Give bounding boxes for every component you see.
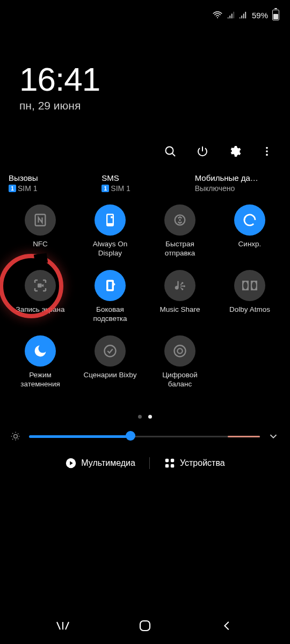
brightness-row	[0, 419, 290, 442]
power-icon[interactable]	[195, 144, 209, 158]
svg-point-20	[243, 282, 248, 289]
clock-time: 16:41	[19, 60, 271, 98]
svg-line-33	[18, 433, 19, 434]
tile-label: Dolby Atmos	[229, 305, 270, 324]
slider-thumb[interactable]	[126, 431, 135, 441]
svg-point-21	[252, 282, 256, 289]
media-label: Мультимедиа	[81, 458, 135, 468]
tile-edge[interactable]: Боковая подсветка	[75, 270, 145, 324]
gear-icon[interactable]	[228, 144, 242, 158]
tile-label: Быстрая отправка	[150, 240, 209, 258]
svg-point-11	[179, 219, 181, 221]
conn-sub: Выключено	[195, 184, 235, 193]
connectivity-row: Вызовы 1SIM 1 SMS 1SIM 1 Мобильные да… В…	[0, 158, 290, 193]
edge-icon	[95, 270, 126, 301]
svg-rect-37	[165, 464, 169, 467]
devices-chip[interactable]: Устройства	[160, 454, 229, 472]
conn-title: Мобильные да…	[195, 173, 281, 182]
svg-rect-38	[171, 464, 174, 467]
conn-sub: SIM 1	[18, 184, 38, 193]
battery-percent: 59%	[252, 11, 268, 20]
grid-icon	[164, 457, 176, 469]
tile-label: Боковая подсветка	[81, 305, 140, 324]
media-chip[interactable]: Мультимедиа	[61, 454, 140, 472]
svg-point-23	[175, 346, 186, 357]
clock-date: пн, 29 июня	[19, 99, 271, 112]
tile-label: NFC	[33, 240, 48, 258]
svg-rect-14	[107, 281, 112, 290]
tile-sync[interactable]: Синхр.	[215, 204, 285, 258]
home-button[interactable]	[137, 618, 153, 633]
tile-aod[interactable]: Always On Display	[75, 204, 145, 258]
conn-title: SMS	[102, 173, 188, 182]
svg-point-25	[14, 435, 18, 438]
search-icon[interactable]	[163, 144, 177, 158]
svg-line-30	[12, 433, 13, 434]
sync-icon	[234, 204, 265, 236]
sim-badge-icon: 1	[9, 185, 16, 192]
conn-sms[interactable]: SMS 1SIM 1	[98, 173, 191, 193]
panel-actions	[0, 112, 290, 158]
svg-point-5	[266, 154, 268, 156]
tile-label: Синхр.	[238, 240, 262, 258]
tile-bixby[interactable]: Сценарии Bixby	[75, 335, 145, 389]
quick-settings-grid: NFCAlways On DisplayБыстрая отправкаСинх…	[0, 193, 290, 389]
tile-label: Запись экрана	[16, 305, 65, 324]
svg-point-1	[166, 147, 173, 155]
signal-icon	[227, 11, 235, 19]
conn-calls[interactable]: Вызовы 1SIM 1	[5, 173, 98, 193]
bottom-chips: Мультимедиа Устройства	[0, 454, 290, 472]
tile-label: Always On Display	[81, 240, 140, 258]
tile-quickshare[interactable]: Быстрая отправка	[145, 204, 215, 258]
conn-sub: SIM 1	[111, 184, 130, 193]
tile-dolby[interactable]: Dolby Atmos	[215, 270, 285, 324]
sim-badge-icon: 1	[102, 185, 109, 192]
conn-mobiledata[interactable]: Мобильные да… Выключено	[192, 173, 285, 193]
svg-point-3	[266, 147, 268, 149]
svg-line-41	[66, 622, 69, 630]
svg-line-39	[57, 622, 60, 630]
svg-rect-9	[111, 216, 113, 218]
svg-rect-8	[107, 215, 112, 223]
nfc-icon	[25, 204, 56, 236]
dolby-icon	[234, 270, 265, 301]
musicshare-icon	[164, 270, 195, 301]
page-dot	[138, 415, 142, 419]
signal-icon-2	[239, 11, 247, 19]
divider	[149, 457, 150, 469]
svg-rect-42	[140, 621, 150, 631]
tile-label: Music Share	[160, 305, 200, 324]
wellbeing-icon	[164, 335, 195, 367]
tile-dark[interactable]: Режим затемнения	[5, 335, 75, 389]
svg-line-32	[12, 438, 13, 440]
tile-nfc[interactable]: NFC	[5, 204, 75, 258]
recents-button[interactable]	[55, 618, 70, 633]
back-button[interactable]	[220, 618, 235, 633]
tile-wellbeing[interactable]: Цифровой баланс	[145, 335, 215, 389]
tile-musicshare[interactable]: Music Share	[145, 270, 215, 324]
battery-icon	[272, 10, 279, 20]
svg-rect-35	[165, 459, 169, 462]
more-icon[interactable]	[260, 144, 274, 158]
status-bar: 59%	[0, 0, 290, 30]
svg-point-22	[105, 346, 116, 357]
aod-icon	[95, 204, 126, 236]
tile-screenrec[interactable]: Запись экрана	[5, 270, 75, 324]
chevron-down-icon[interactable]	[267, 430, 280, 442]
nav-bar	[0, 618, 290, 633]
svg-line-2	[172, 153, 175, 156]
play-circle-icon	[65, 457, 77, 469]
quickshare-icon	[164, 204, 195, 236]
brightness-slider[interactable]	[29, 435, 260, 438]
svg-rect-36	[171, 459, 174, 462]
screenrec-icon	[25, 270, 56, 301]
svg-line-31	[18, 438, 19, 440]
brightness-icon[interactable]	[10, 430, 21, 442]
page-dot-active	[148, 415, 152, 419]
svg-point-0	[217, 17, 218, 18]
svg-point-24	[177, 348, 182, 353]
dark-icon	[25, 335, 56, 367]
bixby-icon	[95, 335, 126, 367]
page-indicator[interactable]	[0, 415, 290, 419]
conn-title: Вызовы	[9, 173, 95, 182]
